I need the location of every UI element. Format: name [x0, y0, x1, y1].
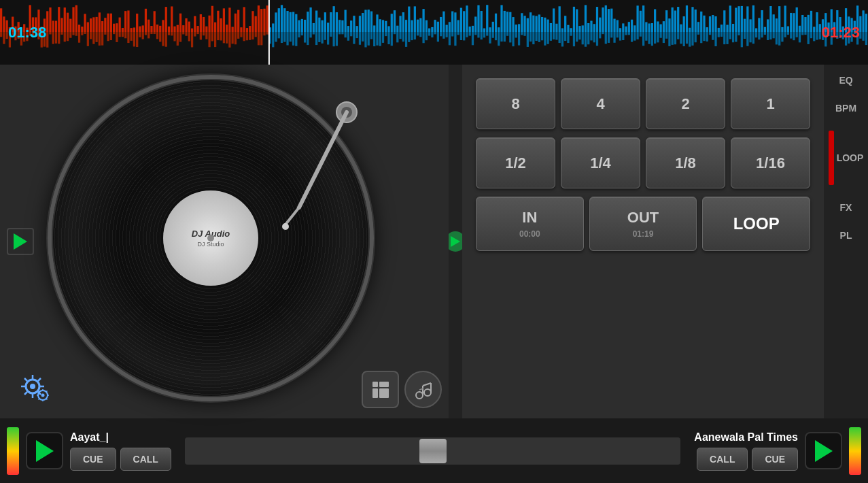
loop-row-2: 1/2 1/4 1/8 1/16 [476, 137, 810, 188]
main-section: DJ Audio DJ Studio [0, 65, 868, 418]
waveform-canvas[interactable] [0, 0, 868, 65]
loop-btn-half[interactable]: 1/2 [476, 137, 555, 188]
waveform-section: 01:38 01:23 [0, 0, 868, 65]
svg-line-14 [24, 392, 27, 395]
play-left-bottom-button[interactable] [26, 432, 63, 469]
turntable-area: DJ Audio DJ Studio [0, 65, 449, 418]
svg-rect-25 [372, 382, 378, 387]
left-call-button[interactable]: CALL [120, 448, 171, 471]
loop-btn-2[interactable]: 2 [646, 78, 725, 129]
loop-out-label: OUT [627, 209, 659, 227]
loop-in-time: 00:00 [519, 229, 540, 239]
sidebar-loop-container: LOOP [829, 131, 864, 185]
loop-loop-button[interactable]: LOOP [702, 197, 810, 251]
loop-btn-quarter[interactable]: 1/4 [561, 137, 640, 188]
tonearm-svg [279, 99, 367, 235]
svg-rect-27 [383, 382, 389, 387]
svg-line-38 [423, 383, 431, 386]
right-volume-indicator [849, 427, 861, 475]
svg-line-3 [285, 207, 299, 224]
play-right-bottom-icon [815, 440, 833, 462]
right-sidebar: EQ BPM LOOP FX PL [824, 65, 868, 418]
play-left-bottom-icon [36, 440, 54, 462]
tonearm [279, 99, 367, 235]
sidebar-eq[interactable]: EQ [839, 75, 852, 86]
loop-row-3: IN 00:00 OUT 01:19 LOOP [476, 197, 810, 251]
left-cue-button[interactable]: CUE [70, 448, 116, 471]
loop-row-1: 8 4 2 1 [476, 78, 810, 129]
right-track-info: Aanewala Pal Times CALL CUE [694, 431, 798, 471]
music-icon [414, 380, 433, 399]
svg-line-11 [24, 378, 27, 381]
sidebar-fx[interactable]: FX [840, 202, 852, 213]
svg-point-34 [416, 392, 423, 399]
grid-icon [371, 380, 390, 399]
svg-point-35 [424, 389, 431, 396]
loop-btn-4[interactable]: 4 [561, 78, 640, 129]
sidebar-bpm[interactable]: BPM [835, 103, 856, 114]
bottom-bar: Aayat_| CUE CALL Aanewala Pal Times CALL… [0, 418, 868, 483]
svg-point-4 [282, 223, 289, 230]
slider-area [178, 437, 687, 465]
svg-rect-33 [383, 393, 389, 398]
svg-rect-31 [372, 393, 378, 398]
loop-out-time: 01:19 [633, 229, 654, 239]
vinyl-label: DJ Audio DJ Studio [163, 190, 258, 286]
center-divider [449, 65, 462, 418]
play-right-bottom-button[interactable] [805, 432, 842, 469]
turntable-buttons [362, 371, 442, 408]
turntable: DJ Audio DJ Studio [14, 78, 408, 398]
svg-line-2 [299, 112, 347, 207]
time-left: 01:38 [8, 24, 46, 41]
play-center-icon [451, 236, 460, 247]
right-call-button[interactable]: CALL [697, 448, 748, 471]
left-volume-indicator [7, 427, 19, 475]
loop-btn-eighth[interactable]: 1/8 [646, 137, 725, 188]
left-track-name: Aayat_| [70, 431, 171, 444]
pitch-thumb[interactable] [419, 439, 447, 463]
svg-line-13 [38, 378, 41, 381]
loop-loop-label: LOOP [733, 214, 780, 233]
loop-btn-8[interactable]: 8 [476, 78, 555, 129]
loop-btn-sixteenth[interactable]: 1/16 [731, 137, 810, 188]
sidebar-loop[interactable]: LOOP [837, 152, 864, 163]
loop-btn-1[interactable]: 1 [731, 78, 810, 129]
loop-in-label: IN [522, 209, 537, 227]
right-cue-button[interactable]: CUE [752, 448, 798, 471]
vinyl-center-dot [207, 235, 214, 242]
svg-point-16 [41, 393, 44, 397]
svg-point-6 [30, 384, 35, 389]
time-right: 01:23 [822, 24, 860, 41]
pitch-slider[interactable] [185, 437, 680, 465]
loop-indicator [829, 131, 834, 185]
grid-button[interactable] [362, 371, 399, 408]
loop-out-button[interactable]: OUT 01:19 [589, 197, 697, 251]
right-cue-call: CALL CUE [697, 448, 798, 471]
right-track-name: Aanewala Pal Times [694, 431, 798, 444]
left-track-info: Aayat_| CUE CALL [70, 431, 171, 471]
settings-button[interactable] [14, 367, 51, 405]
vinyl-label-subtext: DJ Studio [197, 241, 224, 248]
loop-area: 8 4 2 1 1/2 1/4 1/8 1/16 IN 00:00 OUT 01… [462, 65, 824, 418]
loop-in-button[interactable]: IN 00:00 [476, 197, 584, 251]
music-button[interactable] [404, 371, 442, 408]
sidebar-pl[interactable]: PL [840, 230, 852, 241]
settings-icon [16, 369, 50, 403]
left-cue-call: CUE CALL [70, 448, 171, 471]
